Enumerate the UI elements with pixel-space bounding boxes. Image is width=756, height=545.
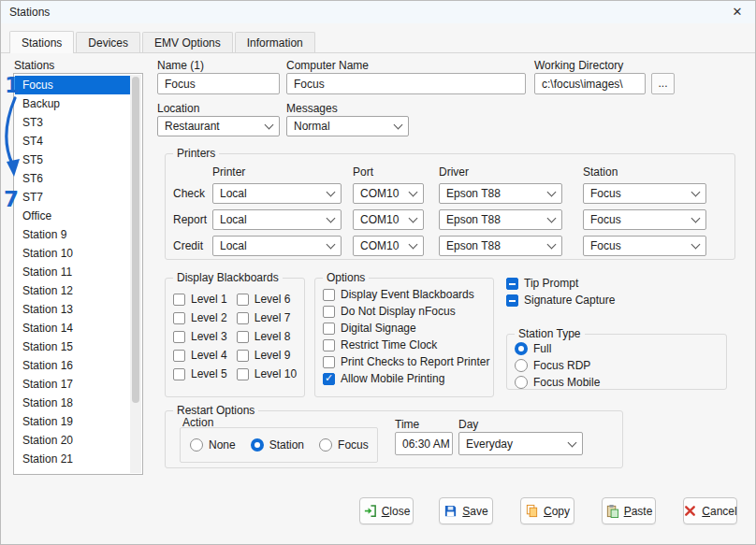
checkbox[interactable]: [237, 331, 249, 343]
checkbox[interactable]: [173, 331, 185, 343]
working-directory-input[interactable]: c:\focus\images\: [534, 73, 646, 94]
checkbox[interactable]: [323, 339, 335, 351]
list-item[interactable]: Station 21: [15, 450, 130, 468]
cancel-button[interactable]: Cancel: [683, 497, 737, 524]
port-select[interactable]: COM10: [353, 236, 424, 256]
list-item[interactable]: ST7: [15, 188, 130, 207]
radio-button[interactable]: [515, 376, 528, 389]
checkbox-row[interactable]: Allow Mobile Printing: [323, 370, 493, 387]
checkbox[interactable]: [237, 312, 249, 324]
list-item[interactable]: Station 12: [15, 281, 130, 300]
checkbox[interactable]: [173, 368, 185, 380]
action-focus[interactable]: Focus: [319, 437, 369, 452]
station-select[interactable]: Focus: [583, 236, 706, 256]
station-select[interactable]: Focus: [583, 183, 706, 204]
printer-select[interactable]: Local: [212, 209, 342, 230]
list-item[interactable]: Station 13: [15, 300, 130, 319]
signature-capture-row[interactable]: Signature Capture: [506, 291, 615, 309]
checkbox-row[interactable]: Restrict Time Clock: [323, 337, 493, 353]
list-item[interactable]: Station 17: [15, 375, 130, 394]
copy-button[interactable]: Copy: [520, 497, 574, 524]
radio-button[interactable]: [515, 342, 528, 355]
action-none[interactable]: None: [190, 437, 236, 452]
messages-select[interactable]: Normal: [286, 116, 409, 136]
checkbox-row[interactable]: Level 8: [237, 327, 297, 346]
list-scrollbar[interactable]: [130, 75, 141, 473]
location-select[interactable]: Restaurant: [157, 116, 280, 136]
checkbox-row[interactable]: Digital Signage: [323, 320, 493, 337]
checkbox[interactable]: [237, 368, 249, 380]
list-item[interactable]: Focus: [15, 76, 130, 94]
radio-button[interactable]: [515, 359, 528, 372]
day-select[interactable]: Everyday: [458, 432, 583, 455]
printer-select[interactable]: Local: [212, 236, 342, 256]
list-item[interactable]: Station 9: [15, 225, 130, 244]
list-item[interactable]: Station 16: [15, 356, 130, 375]
checkbox[interactable]: [237, 294, 249, 306]
port-select[interactable]: COM10: [353, 209, 424, 230]
list-item[interactable]: ST5: [15, 151, 130, 169]
driver-select[interactable]: Epson T88: [439, 183, 562, 204]
checkbox[interactable]: [323, 373, 335, 385]
checkbox[interactable]: [323, 306, 335, 318]
time-input[interactable]: 06:30 AM: [395, 432, 453, 455]
computer-name-input[interactable]: Focus: [286, 73, 526, 94]
checkbox-row[interactable]: Level 7: [237, 308, 297, 327]
checkbox-row[interactable]: Print Checks to Report Printer: [323, 353, 493, 370]
station-type-full[interactable]: Full: [515, 341, 726, 356]
tip-prompt-checkbox[interactable]: [506, 278, 518, 290]
list-item[interactable]: ST4: [15, 132, 130, 151]
checkbox[interactable]: [323, 323, 335, 335]
list-item[interactable]: ST6: [15, 169, 130, 188]
radio-button[interactable]: [319, 438, 332, 452]
radio-button[interactable]: [190, 438, 203, 452]
list-item[interactable]: ST3: [15, 113, 130, 132]
list-item[interactable]: Station 15: [15, 337, 130, 356]
checkbox-row[interactable]: Level 5: [173, 365, 227, 383]
browse-button[interactable]: ...: [651, 73, 675, 94]
driver-select[interactable]: Epson T88: [439, 236, 562, 256]
tab-stations[interactable]: Stations: [9, 31, 74, 53]
close-button[interactable]: Close: [359, 497, 414, 524]
printer-select[interactable]: Local: [212, 183, 342, 204]
checkbox-row[interactable]: Level 1: [173, 290, 227, 308]
checkbox[interactable]: [323, 356, 335, 368]
checkbox-row[interactable]: Do Not Display nFocus: [323, 303, 493, 320]
tab-devices[interactable]: Devices: [76, 32, 140, 52]
list-item[interactable]: Station 11: [15, 263, 130, 281]
checkbox-row[interactable]: Display Event Blackboards: [323, 286, 493, 303]
checkbox-row[interactable]: Level 9: [237, 346, 297, 365]
checkbox[interactable]: [173, 350, 185, 362]
window-close-button[interactable]: ✕: [729, 4, 746, 21]
checkbox-row[interactable]: Level 3: [173, 327, 227, 346]
checkbox-row[interactable]: Level 4: [173, 346, 227, 365]
name-input[interactable]: Focus: [157, 73, 280, 94]
action-station[interactable]: Station: [251, 437, 304, 452]
checkbox[interactable]: [173, 312, 185, 324]
radio-button[interactable]: [251, 438, 264, 452]
checkbox-row[interactable]: Level 10: [237, 365, 297, 383]
list-item[interactable]: Station 19: [15, 412, 130, 431]
tip-prompt-row[interactable]: Tip Prompt: [506, 274, 578, 293]
tab-information[interactable]: Information: [235, 32, 315, 52]
checkbox[interactable]: [323, 289, 335, 301]
station-type-focus-rdp[interactable]: Focus RDP: [515, 358, 726, 373]
list-item[interactable]: Station 20: [15, 431, 130, 450]
checkbox-row[interactable]: Level 2: [173, 308, 227, 327]
paste-button[interactable]: Paste: [602, 497, 656, 524]
list-item[interactable]: Backup: [15, 94, 130, 113]
checkbox[interactable]: [237, 350, 249, 362]
port-select[interactable]: COM10: [353, 183, 424, 204]
list-item[interactable]: Office: [15, 207, 130, 225]
driver-select[interactable]: Epson T88: [439, 209, 562, 230]
station-select[interactable]: Focus: [583, 209, 706, 230]
checkbox[interactable]: [173, 294, 185, 306]
list-item[interactable]: Station 18: [15, 394, 130, 412]
station-type-focus-mobile[interactable]: Focus Mobile: [515, 375, 726, 390]
checkbox-row[interactable]: Level 6: [237, 290, 297, 308]
list-item[interactable]: Station 10: [15, 244, 130, 263]
list-item[interactable]: Station 14: [15, 319, 130, 337]
scrollbar-thumb[interactable]: [132, 77, 139, 403]
save-button[interactable]: Save: [439, 497, 493, 524]
tab-emv-options[interactable]: EMV Options: [142, 32, 233, 52]
